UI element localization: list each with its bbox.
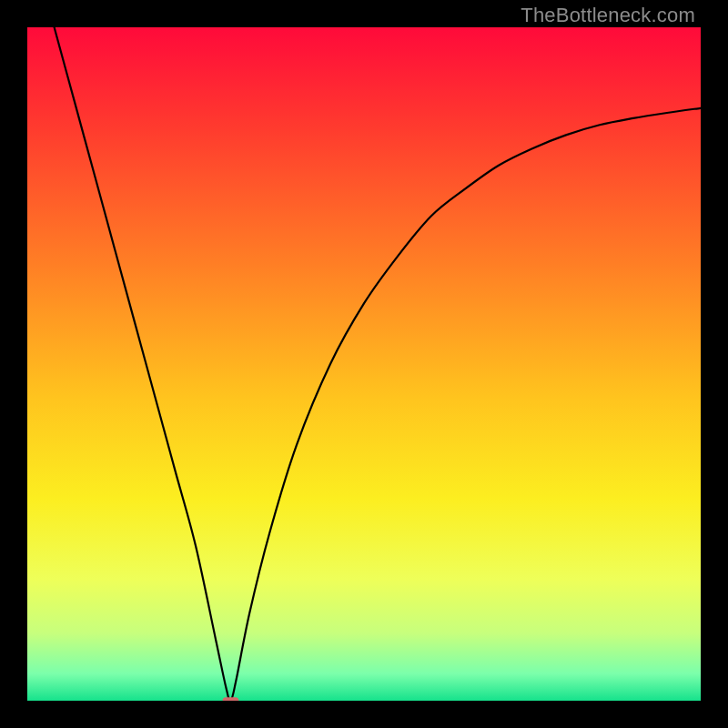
watermark-text: TheBottleneck.com <box>521 4 695 27</box>
optimum-marker <box>223 697 239 701</box>
chart-frame: TheBottleneck.com <box>0 0 728 728</box>
plot-area <box>27 27 701 701</box>
bottleneck-chart <box>27 27 701 701</box>
chart-background <box>27 27 701 701</box>
